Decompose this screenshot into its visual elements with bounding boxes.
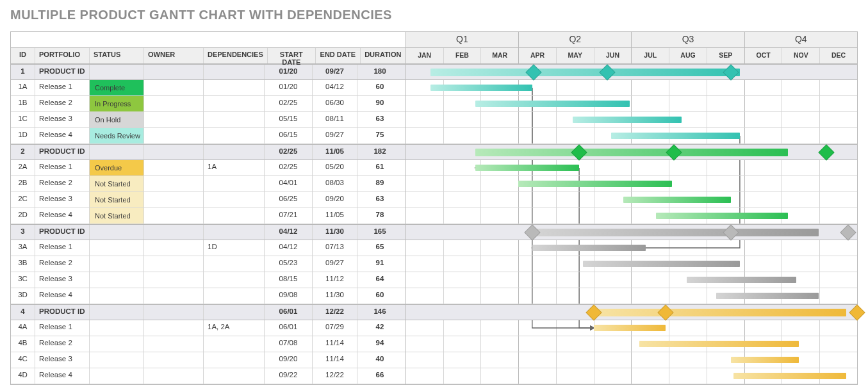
task-row[interactable]: 3ARelease 11D04/1207/1365 xyxy=(11,240,405,256)
milestone-diamond-icon[interactable] xyxy=(666,144,682,160)
task-row[interactable]: 1DRelease 4Needs Review06/1509/2775 xyxy=(11,128,405,144)
gantt-bar[interactable] xyxy=(623,197,731,203)
timeline-row xyxy=(406,112,857,128)
task-row[interactable]: 2BRelease 2Not Started04/0108/0389 xyxy=(11,176,405,192)
gantt-left-panel: ID PORTFOLIO STATUS OWNER DEPENDENCIES S… xyxy=(11,32,406,384)
col-dependencies: DEPENDENCIES xyxy=(204,48,268,63)
timeline-row xyxy=(406,320,857,336)
gantt-bar[interactable] xyxy=(594,309,846,316)
milestone-diamond-icon[interactable] xyxy=(849,304,865,320)
gantt-bar[interactable] xyxy=(611,133,740,139)
timeline-row xyxy=(406,256,857,272)
gantt-bar[interactable] xyxy=(475,101,630,107)
status-needs-review: Needs Review xyxy=(90,128,143,143)
status-on-hold: On Hold xyxy=(90,112,143,127)
quarter-Q1: Q1 xyxy=(406,32,519,47)
task-row[interactable]: 3DRelease 409/0811/3060 xyxy=(11,288,405,304)
task-row[interactable]: 2ARelease 1Overdue1A02/2505/2061 xyxy=(11,160,405,176)
gantt-bar[interactable] xyxy=(532,245,646,251)
task-row[interactable]: 2CRelease 3Not Started06/2509/2063 xyxy=(11,192,405,208)
status-not-started: Not Started xyxy=(90,176,143,192)
milestone-diamond-icon[interactable] xyxy=(585,304,602,320)
status-not-started: Not Started xyxy=(90,208,143,224)
quarter-Q4: Q4 xyxy=(745,32,857,47)
month-OCT: OCT xyxy=(745,48,783,63)
milestone-diamond-icon[interactable] xyxy=(600,64,616,80)
task-row[interactable]: 4CRelease 309/2011/1440 xyxy=(11,352,405,368)
gantt-bar[interactable] xyxy=(518,181,671,187)
quarter-Q3: Q3 xyxy=(632,32,744,47)
milestone-diamond-icon[interactable] xyxy=(524,224,540,240)
status-overdue: Overdue xyxy=(90,160,143,176)
gantt-bar[interactable] xyxy=(475,149,788,156)
gantt-bar[interactable] xyxy=(731,357,799,363)
product-row[interactable]: 2PRODUCT ID02/2511/05182 xyxy=(11,144,405,160)
col-start-date: START DATE xyxy=(268,48,316,63)
milestone-diamond-icon[interactable] xyxy=(723,224,739,240)
timeline-row xyxy=(406,304,857,320)
status-not-started: Not Started xyxy=(90,192,143,208)
status-complete: Complete xyxy=(90,80,143,95)
col-duration: DURATION xyxy=(361,48,405,63)
column-headers: ID PORTFOLIO STATUS OWNER DEPENDENCIES S… xyxy=(11,48,405,64)
col-portfolio: PORTFOLIO xyxy=(35,48,90,63)
month-FEB: FEB xyxy=(444,48,482,63)
status-in-progress: In Progress xyxy=(90,96,143,111)
task-row[interactable]: 1BRelease 2In Progress02/2506/3090 xyxy=(11,96,405,112)
product-row[interactable]: 4PRODUCT ID06/0112/22146 xyxy=(11,304,405,320)
gantt-bar[interactable] xyxy=(639,341,799,347)
timeline-row xyxy=(406,160,857,176)
gantt-bar[interactable] xyxy=(594,325,666,331)
task-row[interactable]: 3CRelease 308/1511/1264 xyxy=(11,272,405,288)
gantt-bar[interactable] xyxy=(583,261,740,267)
product-row[interactable]: 1PRODUCT ID01/2009/27180 xyxy=(11,64,405,80)
month-JAN: JAN xyxy=(406,48,444,63)
timeline-row xyxy=(406,288,857,304)
col-id: ID xyxy=(11,48,35,63)
task-row[interactable]: 1ARelease 1Complete01/2004/1260 xyxy=(11,80,405,96)
gantt-bar[interactable] xyxy=(656,213,788,219)
quarter-Q2: Q2 xyxy=(519,32,632,47)
task-row[interactable]: 4DRelease 409/2212/2266 xyxy=(11,368,405,384)
gantt-bar[interactable] xyxy=(716,293,819,299)
col-owner: OWNER xyxy=(144,48,204,63)
gantt-bar[interactable] xyxy=(430,85,532,91)
gantt-bar[interactable] xyxy=(532,229,819,236)
timeline-row xyxy=(406,352,857,368)
gantt-bar[interactable] xyxy=(573,117,682,123)
month-JUL: JUL xyxy=(632,48,669,63)
col-status: STATUS xyxy=(90,48,144,63)
gantt-bar[interactable] xyxy=(733,373,846,379)
gantt-chart: ID PORTFOLIO STATUS OWNER DEPENDENCIES S… xyxy=(10,31,858,385)
gantt-timeline: Q1Q2Q3Q4 JANFEBMARAPRMAYJUNJULAUGSEPOCTN… xyxy=(406,32,857,384)
timeline-row xyxy=(406,208,857,224)
milestone-diamond-icon[interactable] xyxy=(525,64,541,80)
timeline-row xyxy=(406,336,857,352)
task-row[interactable]: 1CRelease 3On Hold05/1508/1163 xyxy=(11,112,405,128)
page-title: MULTIPLE PRODUCT GANTT CHART WITH DEPEND… xyxy=(10,8,858,22)
timeline-row xyxy=(406,176,857,192)
gantt-bar[interactable] xyxy=(687,277,797,283)
timeline-row xyxy=(406,144,857,160)
month-AUG: AUG xyxy=(669,48,707,63)
month-DEC: DEC xyxy=(820,48,857,63)
month-NOV: NOV xyxy=(782,48,820,63)
milestone-diamond-icon[interactable] xyxy=(840,224,856,240)
task-row[interactable]: 4BRelease 207/0811/1494 xyxy=(11,336,405,352)
month-APR: APR xyxy=(519,48,557,63)
timeline-row xyxy=(406,128,857,144)
gantt-bar[interactable] xyxy=(475,165,579,171)
product-row[interactable]: 3PRODUCT ID04/1211/30165 xyxy=(11,224,405,240)
timeline-row xyxy=(406,80,857,96)
gantt-bar[interactable] xyxy=(430,69,739,76)
milestone-diamond-icon[interactable] xyxy=(723,64,739,80)
milestone-diamond-icon[interactable] xyxy=(657,304,673,320)
task-row[interactable]: 4ARelease 11A, 2A06/0107/2942 xyxy=(11,320,405,336)
timeline-row xyxy=(406,272,857,288)
task-row[interactable]: 2DRelease 4Not Started07/2111/0578 xyxy=(11,208,405,224)
month-MAY: MAY xyxy=(557,48,594,63)
task-row[interactable]: 3BRelease 205/2309/2791 xyxy=(11,256,405,272)
timeline-row xyxy=(406,224,857,240)
milestone-diamond-icon[interactable] xyxy=(818,144,834,160)
milestone-diamond-icon[interactable] xyxy=(571,144,587,160)
